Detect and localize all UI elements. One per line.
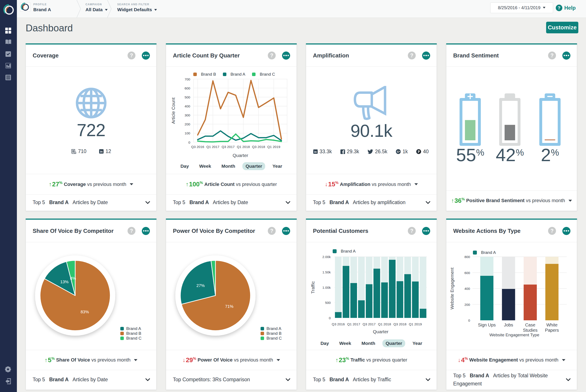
svg-text:400: 400	[184, 104, 190, 108]
svg-text:500: 500	[184, 95, 190, 99]
svg-text:500: 500	[325, 301, 331, 304]
svg-text:Quarter: Quarter	[232, 153, 248, 158]
svg-text:800: 800	[464, 255, 470, 259]
svg-text:Jobs: Jobs	[504, 322, 513, 327]
svg-text:27%: 27%	[196, 283, 205, 288]
svg-text:Q1 2019: Q1 2019	[409, 322, 422, 326]
svg-text:Q3 2017: Q3 2017	[222, 145, 234, 149]
svg-text:Sign Ups: Sign Ups	[478, 322, 496, 327]
svg-text:13%: 13%	[60, 280, 68, 284]
svg-text:Q3 2016: Q3 2016	[191, 145, 204, 149]
svg-text:Q1 2019: Q1 2019	[267, 145, 280, 149]
svg-text:Q1 2018: Q1 2018	[237, 145, 250, 149]
svg-text:Studies: Studies	[523, 328, 538, 332]
svg-text:G: G	[397, 150, 399, 153]
svg-text:200: 200	[184, 122, 190, 126]
svg-text:Article Count: Article Count	[171, 98, 176, 124]
svg-text:in: in	[314, 150, 317, 154]
svg-text:600: 600	[464, 271, 470, 275]
svg-text:71%: 71%	[225, 304, 233, 309]
svg-text:100: 100	[184, 131, 190, 135]
svg-text:Papers: Papers	[545, 328, 559, 332]
svg-text:55%: 55%	[456, 145, 484, 165]
svg-text:Website Engagement Type: Website Engagement Type	[489, 332, 539, 337]
svg-text:in: in	[100, 150, 103, 153]
svg-text:4%: 4%	[70, 276, 76, 281]
svg-text:0: 0	[188, 140, 190, 144]
svg-text:Traffic: Traffic	[310, 281, 315, 294]
svg-text:0: 0	[329, 316, 331, 320]
svg-text:700: 700	[184, 78, 190, 81]
svg-text:2%: 2%	[541, 145, 559, 165]
svg-text:Q3 2018: Q3 2018	[393, 322, 406, 326]
svg-text:400: 400	[464, 287, 470, 290]
svg-text:Website Engagement: Website Engagement	[450, 268, 455, 309]
svg-text:Q1 2017: Q1 2017	[206, 145, 219, 149]
svg-text:White: White	[546, 322, 558, 327]
svg-text:Q1 2018: Q1 2018	[378, 322, 391, 326]
svg-text:2.00k: 2.00k	[322, 255, 331, 259]
svg-text:Case: Case	[525, 322, 535, 327]
svg-text:Q3 2016: Q3 2016	[332, 322, 345, 326]
svg-text:P: P	[418, 150, 420, 154]
svg-text:Q3 2018: Q3 2018	[252, 145, 265, 149]
svg-text:Quarter: Quarter	[373, 329, 388, 334]
svg-text:42%: 42%	[496, 145, 524, 165]
svg-text:300: 300	[184, 113, 190, 117]
svg-text:Q3 2017: Q3 2017	[362, 322, 375, 326]
svg-text:Q1 2017: Q1 2017	[347, 322, 360, 326]
svg-text:1.50k: 1.50k	[322, 270, 331, 274]
svg-text:200: 200	[464, 303, 470, 306]
svg-text:0: 0	[468, 318, 470, 322]
svg-text:1.00k: 1.00k	[322, 286, 331, 290]
svg-text:83%: 83%	[81, 310, 89, 314]
svg-text:600: 600	[184, 86, 190, 90]
